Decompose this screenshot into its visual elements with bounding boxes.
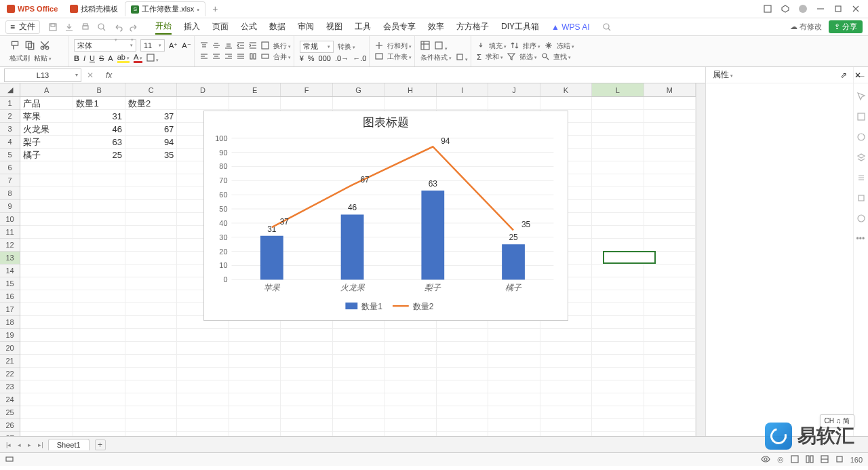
embedded-chart[interactable]: 图表标题010203040506070809010031苹果46火龙果63梨子2… [203, 111, 568, 321]
cell[interactable] [73, 355, 125, 368]
freeze-label[interactable]: 冻结 [557, 41, 574, 51]
cell[interactable] [73, 316, 125, 329]
cell[interactable] [20, 316, 73, 329]
cell[interactable] [644, 393, 696, 406]
filter-label[interactable]: 筛选 [519, 52, 537, 62]
tab-ffgz[interactable]: 方方格子 [456, 20, 489, 34]
export-icon[interactable] [64, 22, 74, 32]
row-header[interactable]: 4 [0, 136, 20, 149]
cell[interactable] [437, 355, 488, 368]
row-header[interactable]: 13 [0, 252, 20, 265]
column-header[interactable]: E [229, 83, 281, 96]
row-header[interactable]: 11 [0, 226, 20, 239]
cell[interactable] [20, 380, 73, 393]
justify-icon[interactable] [237, 52, 245, 62]
cell[interactable] [177, 393, 229, 406]
cell[interactable] [281, 342, 332, 355]
cell[interactable] [20, 342, 73, 355]
cell[interactable] [437, 97, 488, 110]
cell[interactable] [73, 226, 125, 239]
cell[interactable] [437, 329, 488, 342]
cell[interactable] [281, 97, 332, 110]
underline-button[interactable]: U [90, 54, 95, 62]
column-header[interactable]: F [281, 83, 332, 96]
align-bottom-icon[interactable] [224, 41, 233, 51]
table-style-icon[interactable] [420, 41, 430, 52]
cell[interactable] [592, 136, 644, 149]
cell[interactable] [644, 329, 696, 342]
maximize-button[interactable] [834, 5, 842, 13]
row-header[interactable]: 3 [0, 123, 20, 136]
cell[interactable] [125, 265, 177, 277]
wrap-text-icon[interactable] [261, 41, 269, 51]
cell[interactable] [644, 110, 696, 123]
row-header[interactable]: 18 [0, 316, 20, 329]
fx-icon[interactable]: fx [106, 71, 112, 80]
cell[interactable] [125, 226, 177, 239]
copy-icon[interactable] [24, 40, 35, 52]
wrap-label[interactable]: 换行 [273, 41, 291, 51]
freeze-icon[interactable] [545, 41, 553, 51]
cell[interactable] [125, 368, 177, 380]
cell[interactable] [125, 303, 177, 316]
cell[interactable] [488, 329, 540, 342]
cell[interactable] [229, 342, 281, 355]
cell[interactable] [592, 419, 644, 432]
tab-templates[interactable]: 找稻壳模板 [64, 1, 123, 16]
distribute-icon[interactable] [249, 52, 257, 62]
align-top-icon[interactable] [200, 41, 208, 51]
cell[interactable] [644, 239, 696, 252]
cell[interactable] [20, 329, 73, 342]
cell[interactable] [644, 200, 696, 213]
worksheet-label[interactable]: 工作表 [387, 52, 412, 62]
format-painter-label[interactable]: 格式刷 [9, 54, 30, 63]
cell[interactable] [644, 277, 696, 290]
cell[interactable] [644, 226, 696, 239]
cell[interactable] [592, 239, 644, 252]
vertical-scrollbar[interactable] [696, 83, 705, 436]
cell[interactable] [384, 406, 436, 419]
cell[interactable] [644, 123, 696, 136]
cut-icon[interactable] [39, 40, 50, 52]
redo-icon[interactable] [130, 22, 139, 32]
cell[interactable] [592, 368, 644, 380]
cell[interactable] [20, 265, 73, 277]
cell[interactable] [177, 97, 229, 110]
cell[interactable] [73, 368, 125, 380]
cell[interactable] [177, 380, 229, 393]
cell[interactable] [333, 97, 384, 110]
tab-formula[interactable]: 公式 [241, 20, 257, 34]
cell[interactable] [20, 226, 73, 239]
cell[interactable] [592, 213, 644, 226]
minimize-button[interactable] [816, 5, 825, 13]
row-header[interactable]: 10 [0, 213, 20, 226]
dec-inc-icon[interactable]: .0→ [335, 54, 349, 62]
share-button[interactable]: ⇪ 分享 [829, 20, 863, 33]
cell[interactable] [644, 406, 696, 419]
column-header[interactable]: L [592, 83, 644, 96]
cell[interactable]: 37 [125, 110, 177, 123]
tab-view[interactable]: 视图 [326, 20, 342, 34]
cell[interactable] [125, 316, 177, 329]
cell[interactable]: 63 [73, 136, 125, 149]
cell[interactable] [125, 342, 177, 355]
row-header[interactable]: 14 [0, 265, 20, 277]
cell[interactable] [125, 329, 177, 342]
row-header[interactable]: 24 [0, 393, 20, 406]
cell[interactable] [437, 342, 488, 355]
cell[interactable] [592, 226, 644, 239]
cell[interactable] [73, 419, 125, 432]
cell[interactable] [384, 329, 436, 342]
cell[interactable] [644, 303, 696, 316]
cancel-formula-icon[interactable]: ✕ [87, 71, 94, 80]
app-box-icon[interactable] [764, 5, 772, 13]
cell[interactable] [20, 355, 73, 368]
undo-icon[interactable] [113, 22, 123, 32]
cell[interactable] [592, 355, 644, 368]
align-right-icon[interactable] [224, 52, 233, 62]
cell[interactable]: 数量1 [73, 97, 125, 110]
tab-diy[interactable]: DIY工具箱 [501, 20, 539, 34]
dec-dec-icon[interactable]: ←.0 [353, 54, 366, 62]
cell[interactable] [644, 187, 696, 200]
cell[interactable] [644, 97, 696, 110]
